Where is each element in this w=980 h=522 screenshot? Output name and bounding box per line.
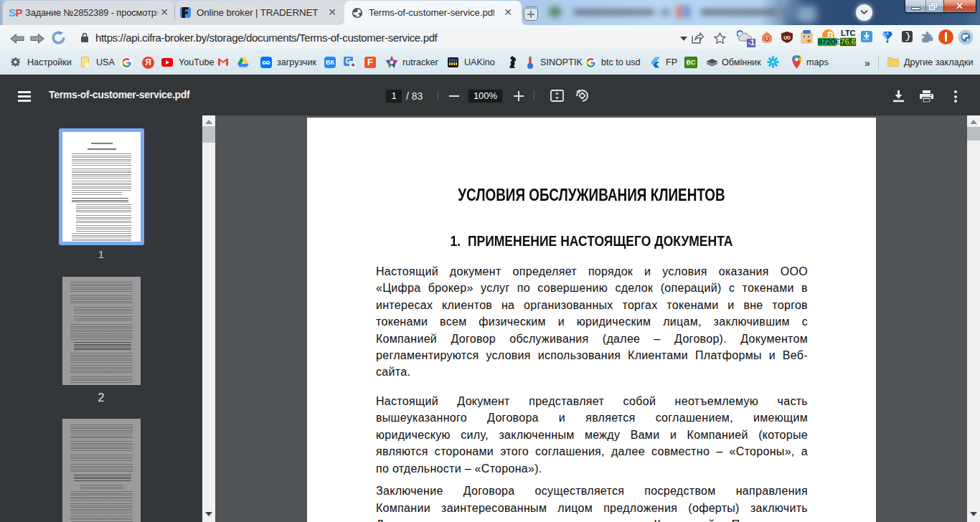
svg-text:UO: UO <box>783 35 791 40</box>
